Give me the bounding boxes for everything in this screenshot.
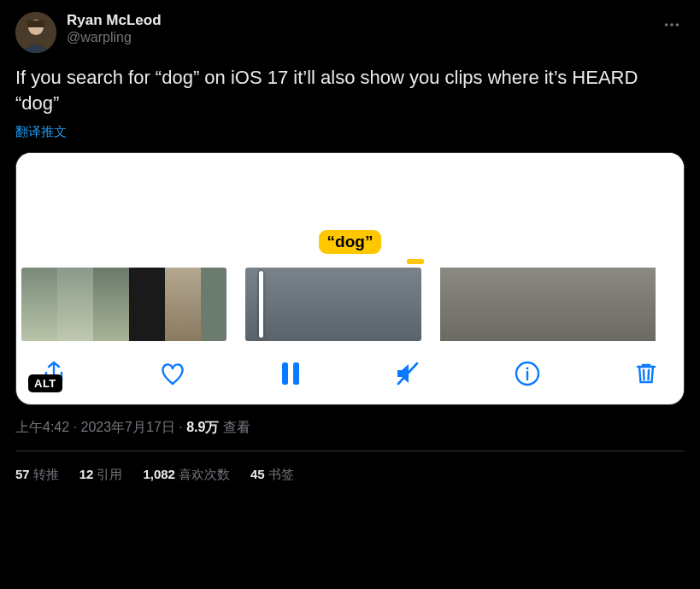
likes-stat[interactable]: 1,082喜欢次数: [143, 467, 230, 483]
clip-thumbnail-group[interactable]: [440, 268, 656, 341]
bookmarks-stat[interactable]: 45书签: [250, 467, 294, 483]
stat-label: 书签: [268, 467, 294, 481]
clip-frame: [245, 268, 312, 341]
trash-button[interactable]: [632, 360, 660, 387]
clip-thumbnail-group[interactable]: [21, 268, 226, 341]
like-button[interactable]: [159, 360, 186, 387]
meta-sep: ·: [175, 420, 186, 434]
clip-timeline-strip: [16, 259, 684, 345]
clip-thumbnail-group[interactable]: [245, 268, 421, 341]
stat-label: 喜欢次数: [179, 467, 230, 481]
tweet-date[interactable]: 2023年7月17日: [80, 420, 174, 434]
svg-rect-7: [293, 362, 299, 385]
info-button[interactable]: [514, 360, 541, 387]
clip-frame: [620, 268, 656, 341]
clip-frame: [93, 268, 129, 341]
view-count[interactable]: 8.9万: [186, 420, 219, 434]
avatar[interactable]: [15, 12, 56, 53]
svg-point-3: [665, 23, 668, 27]
svg-line-13: [648, 370, 649, 380]
svg-point-4: [670, 23, 674, 27]
meta-sep: ·: [69, 420, 80, 434]
svg-line-12: [644, 370, 644, 380]
media-top-space: [16, 153, 684, 230]
stat-number: 1,082: [143, 467, 175, 481]
media-inner: “dog”: [16, 153, 684, 404]
tweet-text: If you search for “dog” on iOS 17 it’ll …: [15, 65, 685, 115]
playhead-indicator[interactable]: [259, 271, 263, 338]
tweet-stats: 57转推 12引用 1,082喜欢次数 45书签: [15, 451, 685, 483]
clip-frame: [512, 268, 548, 341]
clip-frame: [312, 268, 379, 341]
stat-number: 12: [79, 467, 94, 481]
svg-rect-6: [282, 362, 288, 385]
mute-button[interactable]: [394, 360, 421, 387]
stat-label: 转推: [33, 467, 59, 481]
stat-label: 引用: [97, 467, 122, 481]
view-label: 查看: [219, 420, 250, 434]
search-badge-row: “dog”: [16, 230, 684, 259]
svg-point-10: [526, 368, 528, 370]
pause-button[interactable]: [279, 360, 303, 387]
clip-frame: [440, 268, 476, 341]
clip-frame: [584, 268, 620, 341]
tweet-meta: 上午4:42 · 2023年7月17日 · 8.9万 查看: [15, 419, 685, 437]
author-display-name[interactable]: Ryan McLeod: [67, 12, 659, 29]
stat-number: 57: [15, 467, 30, 481]
clip-frame: [21, 268, 57, 341]
svg-point-5: [676, 23, 679, 27]
clip-frame: [165, 268, 201, 341]
search-term-badge: “dog”: [319, 230, 382, 254]
author-block: Ryan McLeod @warpling: [67, 12, 659, 45]
more-options-button[interactable]: [659, 12, 685, 38]
media-card[interactable]: “dog”: [15, 152, 685, 405]
translate-link[interactable]: 翻译推文: [15, 124, 685, 140]
badge-tick-marker: [407, 259, 424, 264]
tweet-container: Ryan McLeod @warpling If you search for …: [0, 0, 700, 483]
tweet-time[interactable]: 上午4:42: [15, 420, 69, 434]
author-handle[interactable]: @warpling: [67, 30, 659, 45]
clip-frame: [476, 268, 512, 341]
clip-frame: [57, 268, 93, 341]
clip-frame: [129, 268, 165, 341]
clip-frame: [201, 268, 226, 341]
alt-text-button[interactable]: ALT: [28, 374, 62, 392]
svg-rect-2: [27, 21, 44, 27]
stat-number: 45: [250, 467, 265, 481]
clip-frame: [379, 268, 421, 341]
clip-frame: [548, 268, 584, 341]
retweets-stat[interactable]: 57转推: [15, 467, 59, 483]
quotes-stat[interactable]: 12引用: [79, 467, 123, 483]
media-toolbar: [16, 345, 684, 404]
tweet-header: Ryan McLeod @warpling: [15, 12, 685, 53]
